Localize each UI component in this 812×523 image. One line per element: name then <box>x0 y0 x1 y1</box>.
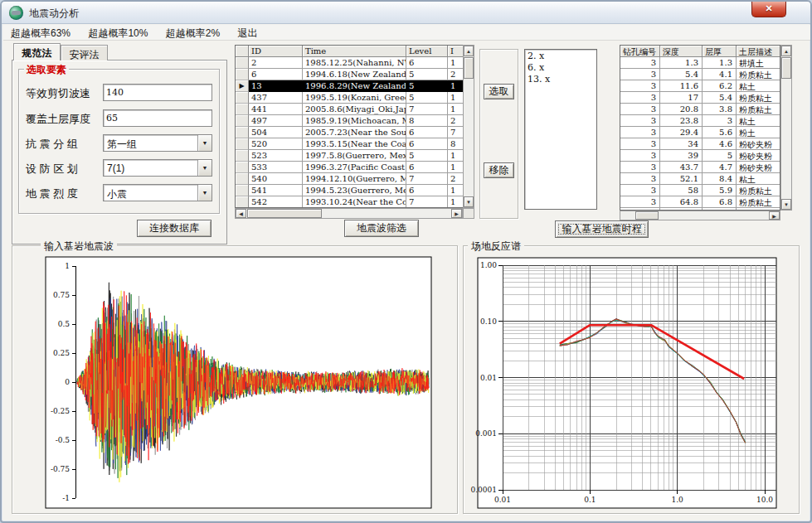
row-selector[interactable] <box>236 127 249 138</box>
row-selector[interactable] <box>236 162 249 173</box>
scroll-up-icon[interactable]: ▲ <box>464 46 474 56</box>
title-bar: 地震动分析 ✕ <box>2 2 810 24</box>
row-selector[interactable] <box>236 196 249 208</box>
chevron-down-icon[interactable]: ▼ <box>197 160 212 176</box>
table-row[interactable]: ▶131996.8.29(New Zealand)51 <box>236 80 463 92</box>
column-header[interactable]: 层厚 <box>703 46 737 57</box>
fortification-zone-select[interactable]: 7(1) ▼ <box>103 159 212 177</box>
connect-database-button[interactable]: 连接数据库 <box>137 220 212 237</box>
window-title: 地震动分析 <box>29 7 79 21</box>
selected-waves-list[interactable]: 2. x6. x13. x <box>524 49 597 210</box>
column-header[interactable]: ID <box>249 46 303 57</box>
svg-text:-0.75: -0.75 <box>51 465 70 473</box>
table-row[interactable]: 5401994.12.10(Guerrero, Me72 <box>236 173 463 185</box>
selector-header-cell <box>236 46 249 57</box>
table-row[interactable]: 343.74.7粉砂夹粉 <box>620 162 780 173</box>
row-selector[interactable] <box>236 138 249 150</box>
row-selector[interactable] <box>236 150 249 162</box>
row-selector[interactable] <box>236 173 249 185</box>
scroll-left-icon[interactable]: ◀ <box>236 209 246 218</box>
menu-item-prob10[interactable]: 超越概率10% <box>80 25 155 41</box>
earthquake-table-vscrollbar[interactable]: ▲ ▼ <box>463 45 474 208</box>
app-window: 地震动分析 ✕ 超越概率63% 超越概率10% 超越概率2% 退出 规范法 安评… <box>0 0 812 523</box>
table-row[interactable]: 21985.12.25(Nahanni, NWT61 <box>236 57 463 69</box>
table-row[interactable]: 364.86.8粉质粘土 <box>620 196 780 208</box>
scroll-right-icon[interactable]: ▶ <box>451 209 462 218</box>
table-row[interactable]: 4971985.9.19(Michoacan, Me82 <box>236 115 463 127</box>
table-row[interactable]: 320.83.8粉质粘土 <box>620 104 780 115</box>
scrollbar-thumb[interactable] <box>781 57 791 79</box>
table-row[interactable]: 5331996.3.27(Pacific Coast61 <box>236 162 463 173</box>
row-selector[interactable] <box>236 57 249 69</box>
column-header[interactable]: 土层描述 <box>737 46 780 57</box>
waveform-chart-panel: 输入基岩地震波 10.750.50.250-0.25-0.5-0.75-1 <box>12 245 458 514</box>
table-row[interactable]: 352.18.4粘土 <box>620 173 780 185</box>
row-selector[interactable] <box>236 185 249 196</box>
tab-code-method[interactable]: 规范法 <box>13 43 61 61</box>
row-selector[interactable] <box>236 104 249 115</box>
scroll-right-icon[interactable]: ▶ <box>769 211 780 220</box>
borehole-table-hscrollbar[interactable]: ▶ <box>620 211 780 220</box>
scrollbar-thumb[interactable] <box>247 209 322 218</box>
earthquake-table-hscrollbar[interactable]: ◀ ▶ <box>235 208 463 219</box>
column-header[interactable]: 钻孔编号 <box>620 46 660 57</box>
table-row[interactable]: 5421993.10.24(Near the Cos71 <box>236 196 463 208</box>
tab-safety-eval-method[interactable]: 安评法 <box>61 45 108 61</box>
row-selector[interactable] <box>236 69 249 80</box>
column-header[interactable]: Time <box>303 46 406 57</box>
table-row[interactable]: 3344.6粉砂夹粉 <box>620 138 780 150</box>
close-button[interactable]: ✕ <box>751 2 786 17</box>
column-header[interactable]: Level <box>406 46 448 57</box>
menu-item-prob2[interactable]: 超越概率2% <box>158 25 227 41</box>
table-row[interactable]: 5231997.5.8(Guerrero, Mexi51 <box>236 150 463 162</box>
menu-item-prob63[interactable]: 超越概率63% <box>3 25 78 41</box>
borehole-table-vscrollbar[interactable]: ▲ ▼ <box>780 45 792 211</box>
table-row[interactable]: 311.66.2粘土 <box>620 80 780 92</box>
list-item[interactable]: 2. x <box>528 51 596 62</box>
row-selector[interactable] <box>236 92 249 104</box>
shear-velocity-input[interactable] <box>103 84 212 101</box>
wave-filter-button[interactable]: 地震波筛选 <box>344 220 419 237</box>
soil-thickness-input[interactable] <box>103 109 212 127</box>
list-item[interactable]: 13. x <box>528 74 596 85</box>
svg-text:0.10: 0.10 <box>480 317 497 326</box>
select-button[interactable]: 选取 <box>484 84 514 99</box>
seismic-group-select[interactable]: 第一组 ▼ <box>103 134 212 152</box>
svg-text:1.00: 1.00 <box>480 261 497 269</box>
table-row[interactable]: 3175.4粉质粘土 <box>620 92 780 104</box>
table-row[interactable]: 329.45.6粉土 <box>620 127 780 138</box>
table-row[interactable]: 3395粉砂夹粉 <box>620 150 780 162</box>
input-bedrock-history-button[interactable]: 输入基岩地震时程 <box>555 220 649 238</box>
table-row[interactable]: 5042005.7.23(Near the Sout67 <box>236 127 463 138</box>
app-icon <box>9 6 23 20</box>
table-row[interactable]: 35.44.1粉质粘土 <box>620 69 780 80</box>
earthquake-table: IDTimeLevelI 21985.12.25(Nahanni, NWT616… <box>235 45 464 208</box>
scrollbar-thumb[interactable] <box>635 211 659 220</box>
svg-text:0.1: 0.1 <box>584 496 596 504</box>
borehole-table: 钻孔编号深度层厚土层描述 31.31.3耕填土35.44.1粉质粘土311.66… <box>620 45 780 211</box>
earthquake-intensity-select[interactable]: 小震 ▼ <box>103 184 212 201</box>
scrollbar-thumb[interactable] <box>464 57 474 79</box>
chevron-down-icon[interactable]: ▼ <box>197 135 212 151</box>
table-row[interactable]: 5411994.5.23(Guerrero, Mex61 <box>236 185 463 196</box>
transfer-frame <box>479 49 518 219</box>
scroll-up-icon[interactable]: ▲ <box>781 46 791 56</box>
scroll-down-icon[interactable]: ▼ <box>781 199 791 210</box>
table-row[interactable]: 4371995.5.19(Kozani, Greec51 <box>236 92 463 104</box>
scroll-down-icon[interactable]: ▼ <box>464 196 474 207</box>
list-item[interactable]: 6. x <box>528 62 596 74</box>
column-header[interactable]: 深度 <box>660 46 703 57</box>
table-row[interactable]: 31.31.3耕填土 <box>620 57 780 69</box>
menu-item-exit[interactable]: 退出 <box>230 25 265 41</box>
column-header[interactable]: I <box>448 46 464 57</box>
row-selector[interactable] <box>236 115 249 127</box>
table-row[interactable]: 61994.6.18(New Zealand)52 <box>236 69 463 80</box>
chevron-down-icon[interactable]: ▼ <box>197 185 212 201</box>
table-row[interactable]: 323.83粘土 <box>620 115 780 127</box>
svg-text:10.0: 10.0 <box>756 496 773 504</box>
table-row[interactable]: 4412005.8.6(Miyagi_Oki,Jap71 <box>236 104 463 115</box>
table-row[interactable]: 3585.9粉质粘土 <box>620 185 780 196</box>
table-row[interactable]: 5201993.5.15(Near the Coas68 <box>236 138 463 150</box>
row-selector[interactable]: ▶ <box>236 80 249 92</box>
remove-button[interactable]: 移除 <box>484 162 514 178</box>
